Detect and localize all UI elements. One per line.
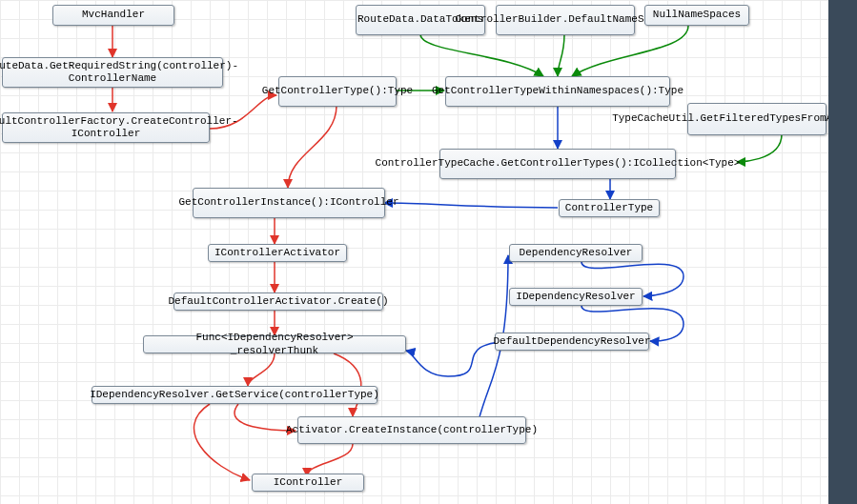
node-default-dependency-resolver[interactable]: DefaultDependencyResolver <box>495 333 649 351</box>
node-controller-builder[interactable]: ControllerBuilder.DefaultNameSpaces <box>496 5 635 35</box>
node-idependency-resolver[interactable]: IDependencyResolver <box>509 288 643 306</box>
node-label: GetControllerType():Type <box>262 85 413 97</box>
node-label: Func<IDependencyResolver> _resolverThunk <box>150 332 399 356</box>
node-label: RouteData.GetRequiredString(controller)-… <box>0 60 238 85</box>
node-type-cache-util[interactable]: TypeCacheUtil.GetFilteredTypesFromAssemb… <box>687 103 826 135</box>
right-sidebar <box>828 0 857 504</box>
node-label: IDependencyResolver.GetService(controlle… <box>90 389 379 401</box>
node-label: DefaultControllerFactory.CreateControlle… <box>0 115 238 140</box>
node-label: GetControllerInstance():IController <box>178 196 398 209</box>
node-label: DefaultControllerActivator.Create() <box>168 295 388 308</box>
node-label: DefaultDependencyResolver <box>493 335 650 348</box>
node-label: IController <box>274 476 343 489</box>
node-mvc-handler[interactable]: MvcHandler <box>52 5 174 26</box>
node-get-required-string[interactable]: RouteData.GetRequiredString(controller)-… <box>2 57 223 88</box>
node-get-controller-type[interactable]: GetControllerType():Type <box>278 76 397 107</box>
node-get-controller-instance[interactable]: GetControllerInstance():IController <box>193 188 385 218</box>
node-null-namespaces[interactable]: NullNameSpaces <box>644 5 749 26</box>
node-label: TypeCacheUtil.GetFilteredTypesFromAssemb… <box>612 112 857 125</box>
node-resolver-thunk[interactable]: Func<IDependencyResolver> _resolverThunk <box>143 335 406 353</box>
node-label: IControllerActivator <box>214 247 340 259</box>
node-icontroller-activator[interactable]: IControllerActivator <box>208 244 347 262</box>
node-label: NullNameSpaces <box>653 9 741 21</box>
node-label: DependencyResolver <box>520 247 633 259</box>
node-label: IDependencyResolver <box>516 291 635 303</box>
node-label: ControllerType <box>565 202 653 214</box>
node-label: ControllerTypeCache.GetControllerTypes()… <box>376 157 741 170</box>
node-label: ControllerBuilder.DefaultNameSpaces <box>455 13 675 26</box>
node-default-activator-create[interactable]: DefaultControllerActivator.Create() <box>173 292 383 311</box>
node-controller-type-cache[interactable]: ControllerTypeCache.GetControllerTypes()… <box>439 149 676 179</box>
node-within-namespaces[interactable]: GetControllerTypeWithinNamespaces():Type <box>445 76 670 107</box>
diagram-canvas: MvcHandler RouteData.GetRequiredString(c… <box>0 0 857 504</box>
node-label: Activator.CreateInstance(controllerType) <box>286 424 538 436</box>
node-label: GetControllerTypeWithinNamespaces():Type <box>432 85 684 97</box>
node-get-service[interactable]: IDependencyResolver.GetService(controlle… <box>92 386 377 404</box>
node-label: MvcHandler <box>82 9 145 21</box>
node-icontroller[interactable]: IController <box>252 474 364 492</box>
node-activator-create-instance[interactable]: Activator.CreateInstance(controllerType) <box>297 416 526 444</box>
node-controller-type[interactable]: ControllerType <box>559 199 660 217</box>
node-create-controller[interactable]: DefaultControllerFactory.CreateControlle… <box>2 112 210 143</box>
node-dependency-resolver[interactable]: DependencyResolver <box>509 244 643 262</box>
